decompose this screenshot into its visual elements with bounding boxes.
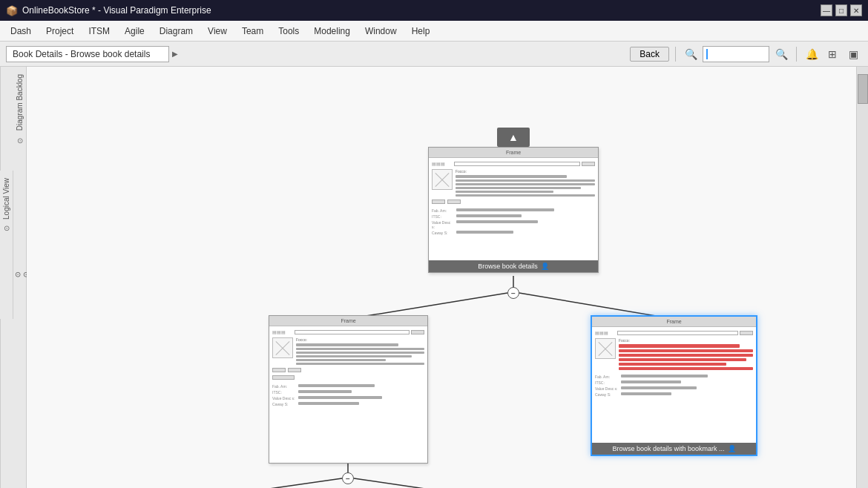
main-btn-1 bbox=[432, 200, 445, 204]
right-book-image bbox=[595, 338, 616, 359]
main-node-label: Browse book details 👤 bbox=[429, 260, 598, 272]
right-detail-bar-3 bbox=[621, 386, 697, 389]
main-detail-row-3: Value Desc s: bbox=[432, 220, 595, 229]
logical-view-icon: ⊙ bbox=[4, 224, 10, 232]
right-detail-row-2: ITSC: bbox=[595, 380, 753, 385]
menu-view[interactable]: View bbox=[200, 23, 234, 39]
left-logo-placeholder: ▤▤▤ bbox=[272, 329, 293, 334]
grid-icon[interactable]: ⊞ bbox=[823, 45, 841, 63]
right-detail-label-3: Value Desc s: bbox=[595, 386, 619, 391]
right-bar-5 bbox=[619, 363, 726, 366]
minimize-button[interactable]: — bbox=[821, 4, 832, 16]
right-detail-bar-2 bbox=[621, 380, 681, 383]
menu-itsm[interactable]: ITSM bbox=[81, 23, 117, 39]
left-btn-row bbox=[272, 368, 424, 372]
menu-help[interactable]: Help bbox=[404, 23, 438, 39]
backlog-icon: ⊙ bbox=[17, 136, 23, 145]
left-detail-bar-2 bbox=[298, 390, 352, 393]
main-search-row: ▤▤▤ bbox=[432, 161, 595, 166]
titlebar-left: 📦 OnlineBookStore * - Visual Paradigm En… bbox=[6, 5, 211, 16]
backlog-label[interactable]: Diagram Backlog bbox=[14, 70, 25, 135]
main-detail-bar-1 bbox=[456, 208, 554, 211]
left-desc-section: Focco: bbox=[296, 337, 424, 365]
svg-line-5 bbox=[354, 478, 456, 488]
main-bar-5 bbox=[456, 191, 553, 193]
right-detail-label-1: Fab. Am: bbox=[595, 375, 619, 379]
right-child-frame[interactable]: Frame ▤▤▤ Focco: bbox=[591, 315, 757, 456]
left-detail-row-4: Caway S: bbox=[272, 402, 424, 406]
left-btn-2 bbox=[288, 368, 301, 372]
zoom-slider[interactable] bbox=[703, 46, 769, 62]
vertical-scrollbar[interactable] bbox=[856, 67, 868, 488]
right-child-titlebar: Frame bbox=[592, 317, 756, 327]
right-child-label-text: Browse book details with bookmark ... bbox=[612, 445, 724, 452]
main-bar-2 bbox=[456, 179, 595, 182]
logical-view-label[interactable]: Logical View bbox=[1, 174, 12, 224]
menu-tools[interactable]: Tools bbox=[271, 23, 306, 39]
notify-icon[interactable]: 🔔 bbox=[803, 45, 821, 63]
main-bar-4 bbox=[456, 187, 581, 189]
zoom-in-icon[interactable]: 🔍 bbox=[772, 45, 790, 63]
left-btn-1 bbox=[272, 368, 286, 372]
right-detail-bar-1 bbox=[621, 375, 708, 377]
main-bar-6 bbox=[456, 194, 595, 197]
menu-dash[interactable]: Dash bbox=[3, 23, 39, 39]
title-bar: 📦 OnlineBookStore * - Visual Paradigm En… bbox=[0, 0, 868, 21]
main-node-titlebar: Frame bbox=[429, 148, 598, 158]
toolbar: Book Details - Browse book details ▶ Bac… bbox=[0, 42, 868, 67]
diagram-canvas[interactable]: ▲ − − Frame ▤▤▤ Focco: bbox=[27, 67, 856, 488]
right-detail-label-2: ITSC: bbox=[595, 380, 619, 385]
back-button[interactable]: Back bbox=[630, 47, 669, 62]
menu-window[interactable]: Window bbox=[358, 23, 404, 39]
left-bar-5 bbox=[296, 359, 386, 361]
close-button[interactable]: ✕ bbox=[850, 4, 862, 16]
main-bar-3 bbox=[456, 183, 595, 185]
left-search-input bbox=[295, 330, 410, 334]
left-bar-1 bbox=[296, 343, 398, 346]
menu-agile[interactable]: Agile bbox=[117, 23, 152, 39]
main-btn-2 bbox=[447, 200, 461, 204]
scroll-thumb[interactable] bbox=[858, 74, 868, 104]
left-book-image bbox=[272, 337, 293, 358]
left-child-content: ▤▤▤ Focco: bbox=[269, 326, 427, 409]
app-title: OnlineBookStore * - Visual Paradigm Ente… bbox=[22, 5, 211, 16]
logical-view-panel[interactable]: Logical View ⊙ bbox=[0, 171, 13, 319]
menu-diagram[interactable]: Diagram bbox=[152, 23, 200, 39]
main-logo-placeholder: ▤▤▤ bbox=[432, 161, 453, 166]
right-bar-2 bbox=[619, 349, 753, 352]
left-detail-label-1: Fab. Am: bbox=[272, 384, 296, 389]
menu-team[interactable]: Team bbox=[234, 23, 271, 39]
main-detail-row-4: Caway S: bbox=[432, 231, 595, 235]
left-bar-6 bbox=[296, 363, 424, 365]
left-child-frame[interactable]: Frame ▤▤▤ Focco: bbox=[269, 315, 428, 464]
main-detail-label-1: Fab. Am: bbox=[432, 208, 454, 213]
zoom-out-icon[interactable]: 🔍 bbox=[682, 45, 700, 63]
right-search-input bbox=[617, 331, 738, 335]
main-node-frame[interactable]: Frame ▤▤▤ Focco: bbox=[428, 147, 599, 273]
up-arrow-node[interactable]: ▲ bbox=[497, 128, 530, 147]
app-icon: 📦 bbox=[6, 5, 18, 16]
right-search-btn bbox=[740, 331, 753, 335]
main-search-btn bbox=[582, 162, 595, 166]
main-node-icon: 👤 bbox=[541, 263, 549, 270]
main-btn-row bbox=[432, 200, 595, 204]
right-bar-3 bbox=[619, 354, 753, 357]
main-detail-bar-2 bbox=[456, 214, 522, 217]
collapse-node-1[interactable]: − bbox=[507, 287, 519, 299]
toolbar-right: 🔔 ⊞ ▣ bbox=[803, 45, 862, 63]
menu-project[interactable]: Project bbox=[39, 23, 81, 39]
collapse-node-2[interactable]: − bbox=[342, 472, 354, 484]
layout-icon[interactable]: ▣ bbox=[844, 45, 862, 63]
main-node-content: ▤▤▤ Focco: bbox=[429, 158, 598, 238]
left-detail-row-2: ITSC: bbox=[272, 390, 424, 395]
main-detail-bar-4 bbox=[456, 231, 513, 234]
right-image-section: Focco: bbox=[595, 338, 753, 370]
left-detail-bar-4 bbox=[298, 402, 359, 405]
main-bar-1 bbox=[456, 175, 567, 178]
maximize-button[interactable]: □ bbox=[835, 4, 847, 16]
left-bar-2 bbox=[296, 348, 424, 350]
menu-modeling[interactable]: Modeling bbox=[306, 23, 358, 39]
toolbar-separator-2 bbox=[796, 47, 797, 62]
left-image-section: Focco: bbox=[272, 337, 424, 365]
toolbar-separator bbox=[675, 47, 676, 62]
